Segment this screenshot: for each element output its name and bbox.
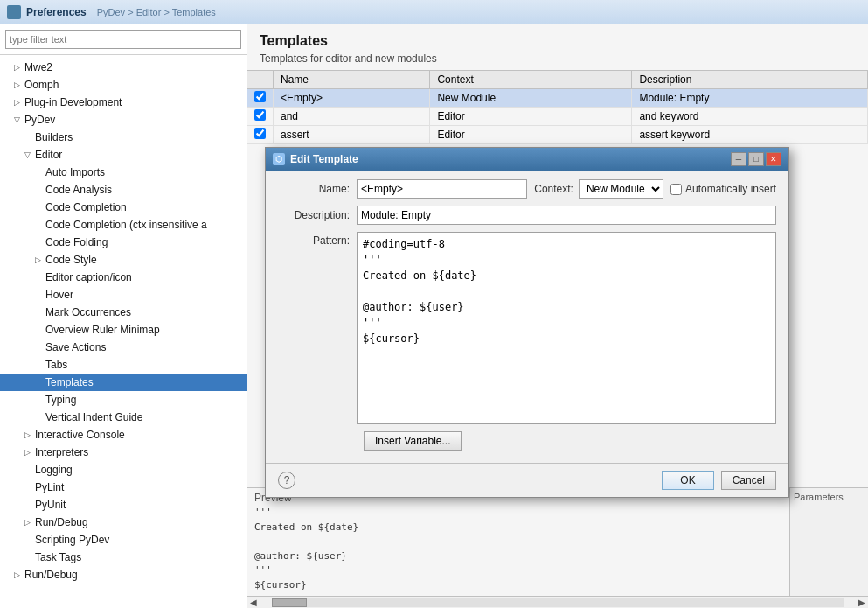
scroll-left-btn[interactable]: ◀: [247, 598, 260, 607]
row-description: Module: Empty: [632, 89, 868, 108]
row-description: assert keyword: [632, 126, 868, 144]
row-name: assert: [274, 126, 430, 144]
name-input[interactable]: [357, 179, 527, 199]
sidebar-item-mark-occurrences[interactable]: Mark Occurrences: [0, 304, 247, 321]
sidebar-filter-area: [0, 24, 247, 55]
sidebar-item-scripting[interactable]: Scripting PyDev: [0, 531, 247, 549]
row-checkbox[interactable]: [247, 89, 274, 108]
sidebar-item-code-completion-ctx[interactable]: Code Completion (ctx insensitive a: [0, 216, 247, 234]
filter-input[interactable]: [5, 30, 241, 49]
dialog-title: Edit Template: [290, 153, 358, 165]
sidebar-item-templates[interactable]: Templates: [0, 374, 247, 391]
templates-table: Name Context Description <Empty> New Mod…: [247, 71, 868, 144]
expand-arrow: ▽: [14, 115, 24, 124]
sidebar-item-label: Run/Debug: [35, 516, 88, 528]
scroll-track[interactable]: [272, 598, 844, 607]
scroll-thumb[interactable]: [272, 598, 307, 607]
sidebar-item-overview-ruler[interactable]: Overview Ruler Minimap: [0, 321, 247, 339]
help-icon[interactable]: ?: [278, 472, 295, 489]
pattern-textarea[interactable]: #coding=utf-8 ''' Created on ${date} @au…: [357, 232, 776, 424]
auto-insert-label: Automatically insert: [685, 183, 776, 195]
sidebar-item-label: Vertical Indent Guide: [45, 411, 142, 423]
sidebar-item-mwe2[interactable]: ▷ Mwe2: [0, 59, 247, 76]
sidebar-item-auto-imports[interactable]: Auto Imports: [0, 164, 247, 181]
sidebar-item-label: Tabs: [45, 359, 67, 371]
sidebar-item-label: Code Folding: [45, 236, 108, 248]
sidebar-item-builders[interactable]: Builders: [0, 129, 247, 146]
sidebar-item-label: Editor caption/icon: [45, 271, 132, 283]
sidebar-item-pydev[interactable]: ▽ PyDev: [0, 111, 247, 129]
sidebar-item-save-actions[interactable]: Save Actions: [0, 339, 247, 356]
col-name: Name: [274, 71, 430, 89]
sidebar-item-interpreters[interactable]: ▷ Interpreters: [0, 444, 247, 461]
name-label: Name:: [278, 183, 357, 195]
description-input[interactable]: [357, 206, 776, 225]
table-row[interactable]: <Empty> New Module Module: Empty: [247, 89, 868, 108]
scroll-right-btn[interactable]: ▶: [856, 598, 868, 607]
dialog-title-left: ⬡ Edit Template: [273, 153, 358, 165]
cancel-button[interactable]: Cancel: [721, 471, 776, 490]
sidebar-item-editor[interactable]: ▽ Editor: [0, 146, 247, 164]
row-checkbox[interactable]: [247, 126, 274, 144]
sidebar-item-label: Code Completion: [45, 201, 127, 213]
sidebar-item-code-completion[interactable]: Code Completion: [0, 199, 247, 216]
row-check-input[interactable]: [254, 109, 266, 121]
sidebar-item-label: Scripting PyDev: [35, 534, 109, 546]
page-title: Templates: [260, 33, 856, 49]
horizontal-scrollbar[interactable]: ◀ ▶: [247, 596, 868, 608]
insert-variable-button[interactable]: Insert Variable...: [364, 431, 462, 451]
pattern-area: Pattern: #coding=utf-8 ''' Created on ${…: [278, 232, 776, 424]
sidebar-item-code-style[interactable]: ▷ Code Style: [0, 251, 247, 269]
context-select[interactable]: New Module Editor: [579, 179, 663, 199]
sidebar-item-label: Interactive Console: [35, 429, 125, 441]
dialog-titlebar: ⬡ Edit Template ─ □ ✕: [266, 148, 788, 171]
dialog-minimize-btn[interactable]: ─: [731, 152, 746, 166]
dialog-close-btn[interactable]: ✕: [766, 152, 781, 166]
expand-arrow: ▷: [35, 255, 45, 264]
sidebar-item-code-analysis[interactable]: Code Analysis: [0, 181, 247, 199]
sidebar-item-task-tags[interactable]: Task Tags: [0, 549, 247, 566]
dialog-footer: ? OK Cancel: [266, 463, 788, 497]
expand-arrow: ▷: [24, 430, 35, 439]
context-area: Context: New Module Editor: [534, 179, 663, 199]
row-name: <Empty>: [274, 89, 430, 108]
sidebar-item-vertical-indent[interactable]: Vertical Indent Guide: [0, 409, 247, 426]
sidebar-item-label: Task Tags: [35, 551, 81, 563]
sidebar-item-typing[interactable]: Typing: [0, 391, 247, 409]
row-checkbox[interactable]: [247, 108, 274, 126]
sidebar-item-plugin-dev[interactable]: ▷ Plug-in Development: [0, 94, 247, 111]
sidebar-item-label: Oomph: [24, 79, 59, 91]
sidebar-item-label: Save Actions: [45, 341, 106, 353]
row-check-input[interactable]: [254, 91, 266, 102]
sidebar-item-label: PyLint: [35, 481, 64, 493]
sidebar-item-label: Code Style: [45, 254, 97, 266]
sidebar-item-oomph[interactable]: ▷ Oomph: [0, 76, 247, 94]
sidebar-item-code-folding[interactable]: Code Folding: [0, 234, 247, 251]
sidebar-item-run-debug-top[interactable]: ▷ Run/Debug: [0, 566, 247, 584]
sidebar-item-run-debug[interactable]: ▷ Run/Debug: [0, 514, 247, 531]
sidebar-item-label: Plug-in Development: [24, 96, 122, 108]
sidebar-item-interactive-console[interactable]: ▷ Interactive Console: [0, 426, 247, 444]
table-row[interactable]: assert Editor assert keyword: [247, 126, 868, 144]
expand-arrow: ▷: [14, 63, 24, 72]
row-check-input[interactable]: [254, 128, 266, 139]
sidebar-item-pylint[interactable]: PyLint: [0, 479, 247, 496]
dialog-restore-btn[interactable]: □: [748, 152, 764, 166]
sidebar-item-editor-caption[interactable]: Editor caption/icon: [0, 269, 247, 286]
sidebar-item-pyunit[interactable]: PyUnit: [0, 496, 247, 514]
auto-insert-checkbox[interactable]: [670, 184, 682, 195]
row-context: Editor: [430, 108, 632, 126]
ok-button[interactable]: OK: [662, 471, 713, 490]
sidebar-item-tabs[interactable]: Tabs: [0, 356, 247, 374]
row-context: New Module: [430, 89, 632, 108]
sidebar-item-label: Logging: [35, 464, 73, 476]
title-bar: Preferences PyDev > Editor > Templates: [0, 0, 868, 24]
sidebar-item-logging[interactable]: Logging: [0, 461, 247, 479]
sidebar-item-hover[interactable]: Hover: [0, 286, 247, 304]
sidebar-item-label: Mwe2: [24, 61, 52, 73]
col-checkbox: [247, 71, 274, 89]
pattern-label: Pattern:: [278, 232, 357, 247]
expand-arrow: ▽: [24, 150, 35, 159]
col-context: Context: [430, 71, 632, 89]
table-row[interactable]: and Editor and keyword: [247, 108, 868, 126]
